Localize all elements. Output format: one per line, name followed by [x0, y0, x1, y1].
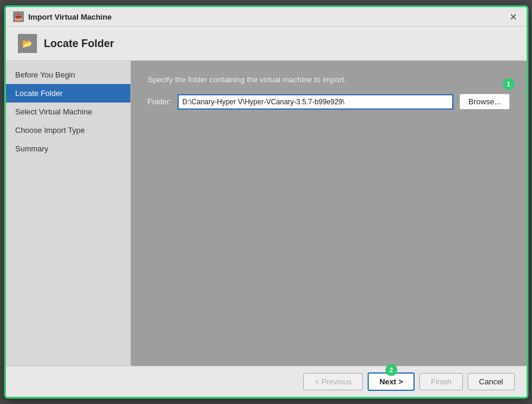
previous-button[interactable]: < Previous	[303, 373, 363, 390]
folder-label: Folder:	[148, 97, 172, 106]
sidebar-item-choose-import-type[interactable]: Choose Import Type	[6, 121, 130, 139]
content-area: Before You Begin Locate Folder Select Vi…	[6, 61, 527, 366]
sidebar-item-summary[interactable]: Summary	[6, 139, 130, 158]
main-content: Specify the folder containing the virtua…	[131, 61, 527, 366]
sidebar-item-select-virtual-machine[interactable]: Select Virtual Machine	[6, 102, 130, 121]
finish-button[interactable]: Finish	[419, 373, 463, 390]
next-badge-wrapper: 2 Next >	[368, 372, 415, 391]
cancel-button[interactable]: Cancel	[468, 373, 514, 390]
title-bar-left: 📤 Import Virtual Machine	[13, 11, 112, 22]
sidebar-item-before-you-begin[interactable]: Before You Begin	[6, 66, 130, 84]
window-title: Import Virtual Machine	[29, 13, 112, 21]
close-button[interactable]: ✕	[508, 11, 519, 23]
browse-button[interactable]: Browse...	[459, 94, 509, 110]
footer: < Previous 2 Next > Finish Cancel	[6, 366, 527, 397]
window-icon: 📤	[13, 11, 24, 22]
sidebar-item-locate-folder[interactable]: Locate Folder	[6, 84, 130, 102]
badge-1: 1	[503, 78, 515, 90]
instruction-text: Specify the folder containing the virtua…	[148, 75, 510, 84]
page-header: 📂 Locate Folder	[6, 27, 527, 61]
page-header-icon: 📂	[18, 34, 37, 53]
page-header-title: Locate Folder	[44, 38, 114, 50]
sidebar: Before You Begin Locate Folder Select Vi…	[6, 61, 131, 366]
title-bar: 📤 Import Virtual Machine ✕	[6, 7, 527, 27]
import-virtual-machine-window: 📤 Import Virtual Machine ✕ 📂 Locate Fold…	[4, 5, 528, 399]
badge-2: 2	[385, 364, 397, 376]
folder-input[interactable]	[178, 94, 453, 110]
